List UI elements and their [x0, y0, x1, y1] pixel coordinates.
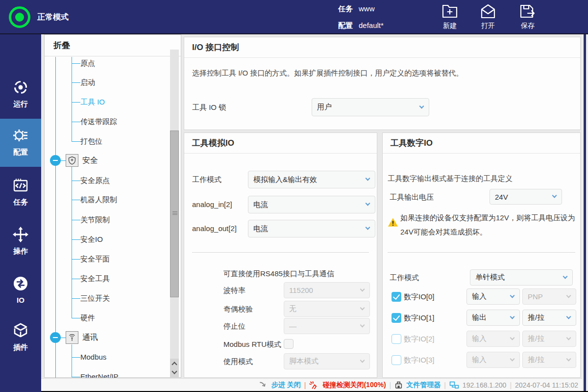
sidebar-item-label: 任务	[0, 198, 41, 207]
scroll-down-icon[interactable]	[172, 368, 177, 374]
rs485-note: 可直接使用RS485接口与工具通信	[223, 268, 334, 279]
tree-item-joint-limit[interactable]: 关节限制	[80, 213, 110, 226]
separator: |	[444, 381, 446, 389]
digital-io-0-checkbox[interactable]	[392, 292, 401, 302]
sidebar-item-label: 配置	[0, 148, 41, 157]
main-scrollbar[interactable]	[582, 34, 588, 391]
panel-title: 工具数字IO	[383, 133, 580, 154]
digital-io-1-checkbox[interactable]	[392, 313, 401, 323]
separator: |	[304, 381, 306, 389]
sidebar-item-run[interactable]: 运行	[0, 74, 41, 115]
gear-icon	[12, 127, 29, 144]
file-manager-link[interactable]: 文件管理器	[406, 381, 441, 390]
tree-group-label: 通讯	[82, 331, 98, 344]
direction-value: 输入	[472, 334, 487, 343]
tree-collapse-button[interactable]: 折叠	[45, 35, 181, 56]
digital-io-1-label: 数字IO[1]	[404, 313, 435, 323]
type-value: 推/拉	[528, 334, 544, 343]
chevron-down-icon	[566, 335, 571, 340]
analog-out-dropdown[interactable]: 电流	[248, 220, 375, 237]
direction-value: 输入	[472, 355, 487, 365]
parity-value: 无	[289, 304, 296, 314]
save-button[interactable]: 保存	[513, 3, 543, 30]
separator: |	[390, 381, 392, 389]
tree-item-modbus[interactable]: Modbus	[80, 351, 106, 364]
analog-work-mode-dropdown[interactable]: 模拟输入&输出有效	[248, 171, 375, 188]
tool-voltage-label: 工具输出电压	[390, 192, 434, 203]
baud-rate-value: 115200	[289, 286, 313, 294]
tree-scrollbar-thumb[interactable]	[170, 131, 179, 297]
sidebar-item-label: 插件	[0, 343, 41, 352]
tree-item-conveyor[interactable]: 传送带跟踪	[80, 115, 117, 128]
tree-item-three-switch[interactable]: 三位开关	[80, 292, 110, 305]
config-label: 配置	[338, 21, 353, 29]
tree-item-safety-home[interactable]: 安全原点	[80, 174, 110, 187]
sidebar-item-io[interactable]: IO	[0, 270, 41, 309]
tree-group-safety[interactable]: 安全	[45, 154, 162, 167]
io-exchange-icon	[12, 275, 29, 292]
type-value: 推/拉	[528, 313, 544, 322]
collision-status[interactable]: 碰撞检测关闭(100%)	[322, 381, 386, 390]
tree-item-pallet[interactable]: 打包位	[80, 135, 102, 148]
chevron-down-icon	[510, 293, 515, 298]
task-value: www	[359, 4, 375, 13]
digital-io-0-direction-dropdown[interactable]: 输入	[466, 288, 520, 305]
tool-voltage-dropdown[interactable]: 24V	[490, 189, 562, 205]
digital-work-mode-value: 单针模式	[475, 273, 505, 282]
digital-io-2-direction-dropdown: 输入	[466, 331, 520, 347]
new-folder-icon	[441, 3, 458, 19]
collapse-minus-icon[interactable]	[50, 155, 61, 166]
sidebar-item-label: 操作	[0, 247, 41, 256]
digital-io-3-checkbox[interactable]	[392, 355, 401, 365]
save-button-label: 保存	[513, 22, 543, 30]
tree-scrollbar[interactable]	[170, 50, 179, 377]
digital-io-1-type-dropdown[interactable]: 推/拉	[522, 310, 576, 326]
new-button[interactable]: 新建	[435, 3, 465, 30]
digital-io-1-direction-dropdown[interactable]: 输出	[466, 310, 520, 326]
tree-group-comms[interactable]: 通讯	[45, 331, 162, 344]
usage-mode-label: 使用模式	[223, 356, 253, 367]
parity-label: 奇偶校验	[223, 304, 253, 314]
tool-io-lock-dropdown[interactable]: 用户	[312, 98, 429, 116]
tree-item-safety-tool[interactable]: 安全工具	[80, 272, 110, 285]
tree-item-ethernet-ip[interactable]: EtherNet/IP	[80, 370, 119, 378]
direction-value: 输出	[472, 313, 487, 322]
modbus-rtu-label: Modbus RTU模式	[223, 339, 281, 350]
move-arrows-icon	[12, 226, 29, 243]
scroll-up-icon[interactable]	[172, 362, 177, 367]
tree-item-safety-io[interactable]: 安全IO	[80, 233, 103, 246]
tree-item-startup[interactable]: 启动	[80, 76, 95, 89]
digital-io-row-2: 数字IO[2] 输入 推/拉	[383, 331, 579, 347]
main-scrollbar-thumb[interactable]	[584, 34, 586, 391]
stop-bit-label: 停止位	[223, 321, 245, 332]
tree-item-safety-plane[interactable]: 安全平面	[80, 253, 110, 265]
digital-io-2-checkbox[interactable]	[392, 334, 401, 344]
tree-spine-line	[55, 57, 56, 378]
sidebar-item-task[interactable]: 任务	[0, 172, 41, 213]
voltage-warning: 如果连接的设备仅支持配置为12V，则将工具电压设为24V可能会对其造成损坏。	[388, 210, 578, 239]
digital-work-mode-dropdown[interactable]: 单针模式	[470, 269, 573, 286]
collision-icon	[309, 381, 319, 389]
tool-io-lock-value: 用户	[317, 103, 332, 112]
sidebar-item-operate[interactable]: 操作	[0, 221, 41, 262]
tree-item-tool-io[interactable]: 工具 IO	[80, 96, 105, 108]
tree-item-home[interactable]: 原点	[80, 57, 95, 70]
modbus-rtu-checkbox	[284, 339, 294, 349]
ip-address: 192.168.1.200	[463, 381, 507, 389]
open-button[interactable]: 打开	[473, 3, 503, 30]
sidebar-item-config[interactable]: 配置	[0, 119, 41, 167]
stop-bit-value: —	[289, 322, 296, 330]
step-status[interactable]: 步进 关闭	[271, 381, 301, 390]
tree-item-hardware[interactable]: 硬件	[80, 312, 95, 324]
digital-io-3-type-dropdown: 推/拉	[522, 352, 576, 368]
new-button-label: 新建	[435, 22, 465, 30]
collapse-minus-icon[interactable]	[50, 332, 61, 343]
chevron-down-icon	[566, 293, 571, 298]
config-row: 配置default*	[338, 21, 384, 30]
open-envelope-icon	[480, 3, 496, 19]
analog-in-dropdown[interactable]: 电流	[248, 196, 375, 213]
digital-work-mode-label: 工作模式	[390, 272, 419, 283]
sidebar-item-plugin[interactable]: 插件	[0, 317, 41, 358]
tree-item-robot-limit[interactable]: 机器人限制	[80, 193, 117, 206]
chevron-down-icon	[360, 305, 365, 310]
